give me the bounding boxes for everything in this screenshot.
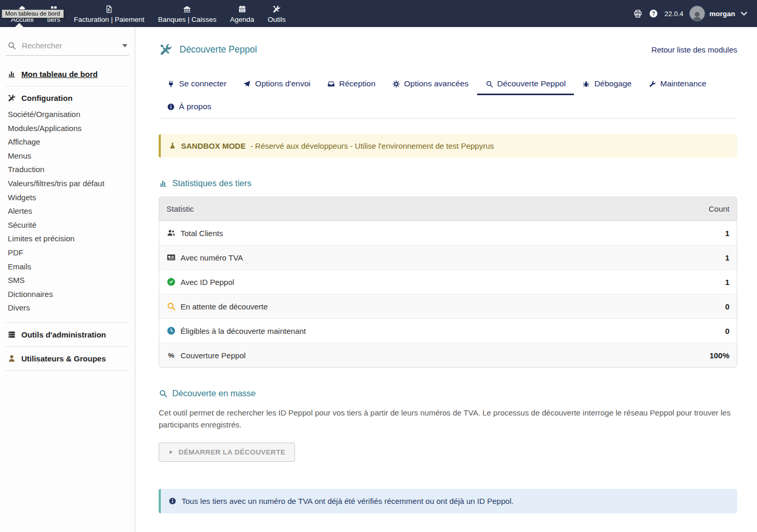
chevron-down-icon [739, 9, 749, 18]
sandbox-title: SANDBOX MODE [181, 141, 246, 150]
gears-icon [392, 80, 400, 88]
sidebar-item[interactable]: SMS [8, 274, 128, 288]
tab-label: Options avancées [404, 79, 469, 88]
topbar-item-label: Facturation | Paiement [74, 16, 145, 23]
stats-table-body: Total Clients1Avec numéro TVA1Avec ID Pe… [159, 221, 737, 367]
chart-bar-icon [7, 70, 16, 79]
sidebar-item[interactable]: Alertes [8, 204, 128, 218]
sidebar-section-users-groups[interactable]: Utilisateurs & Groupes [6, 354, 129, 363]
sidebar-item[interactable]: Dictionnaires [8, 288, 128, 302]
topbar-item-outils[interactable]: Outils [261, 0, 293, 27]
topbar-item-label: Outils [268, 16, 286, 23]
page-head: Découverte Peppol Retour liste des modul… [159, 43, 737, 57]
tab-debogage[interactable]: Débogage [574, 72, 640, 95]
topbar-item-agenda[interactable]: Agenda [223, 0, 261, 27]
send-icon [243, 80, 251, 88]
stat-label: Avec ID Peppol [181, 278, 234, 287]
sidebar-section-admin-tools[interactable]: Outils d'administration [6, 330, 129, 339]
printer-icon[interactable] [633, 9, 643, 18]
topbar: Accueiltiers$Facturation | PaiementBanqu… [0, 0, 757, 27]
stat-value: 0 [725, 327, 729, 335]
stat-row: Éligibles à la découverte maintenant0 [159, 319, 737, 343]
admin-tools-label: Outils d'administration [21, 330, 106, 339]
tab-label: Réception [339, 79, 376, 88]
tab-options-envoi[interactable]: Options d'envoi [235, 72, 318, 95]
topbar-item-facturation[interactable]: $Facturation | Paiement [67, 0, 151, 27]
username: morgan [709, 10, 735, 18]
tools-icon [272, 5, 281, 14]
stat-row: Avec ID Peppol1 [159, 270, 737, 294]
stat-value: 1 [725, 229, 729, 238]
sidebar-item[interactable]: Emails [8, 260, 128, 274]
sidebar-item[interactable]: Menus [8, 149, 128, 163]
bank-icon [183, 5, 191, 14]
sidebar-item[interactable]: PDF [8, 246, 128, 260]
tab-options-avancees[interactable]: Options avancées [384, 72, 477, 95]
sandbox-text: - Réservé aux développeurs - Utilise l'e… [250, 141, 494, 150]
tab-bar: Se connecterOptions d'envoiRéceptionOpti… [159, 72, 737, 119]
help-icon[interactable]: ? [649, 9, 658, 18]
invoice-icon: $ [105, 5, 113, 14]
stat-label: Couverture Peppol [181, 351, 246, 360]
active-menu-caret [15, 23, 23, 27]
sidebar-item[interactable]: Société/Organisation [8, 108, 128, 122]
topbar-item-label: Banques | Caisses [158, 16, 216, 23]
tools-icon [7, 94, 16, 102]
sidebar-item[interactable]: Widgets [8, 191, 128, 205]
check-circle-icon [166, 277, 176, 287]
sidebar-section-configuration[interactable]: Configuration [6, 94, 129, 102]
tab-a-propos[interactable]: À propos [159, 95, 220, 118]
user-menu[interactable]: morgan [689, 6, 749, 21]
percent-icon: % [166, 351, 176, 360]
sidebar-item[interactable]: Divers [8, 301, 128, 315]
tab-se-connecter[interactable]: Se connecter [159, 72, 235, 95]
info-circle-icon [169, 497, 176, 505]
page-title: Découverte Peppol [159, 43, 257, 57]
users-groups-label: Utilisateurs & Groupes [21, 354, 106, 363]
search-input[interactable] [21, 41, 118, 50]
chart-bar-icon [159, 179, 168, 188]
sidebar-item[interactable]: Limites et précision [8, 232, 128, 246]
page-title-label: Découverte Peppol [179, 44, 257, 55]
topbar-item-banques[interactable]: Banques | Caisses [151, 0, 223, 27]
sidebar-item-dashboard[interactable]: Mon tableau de bord [6, 70, 129, 79]
sidebar-item[interactable]: Traduction [8, 163, 128, 177]
mass-discovery-heading: Découverte en masse [159, 388, 737, 398]
stat-label: Total Clients [181, 229, 223, 238]
tab-maintenance[interactable]: Maintenance [640, 72, 715, 95]
divider [6, 370, 129, 371]
tab-label: Maintenance [660, 79, 707, 88]
version-label: 22.0.4 [664, 10, 683, 18]
back-to-modules-link[interactable]: Retour liste des modules [651, 45, 737, 54]
configuration-label: Configuration [21, 94, 72, 102]
start-discovery-label: DÉMARRER LA DÉCOUVERTE [178, 448, 286, 456]
calendar-icon [238, 5, 247, 14]
start-discovery-button[interactable]: DÉMARRER LA DÉCOUVERTE [159, 443, 295, 462]
tab-decouverte-peppol[interactable]: Découverte Peppol [477, 72, 574, 95]
sidebar-item[interactable]: Modules/Applications [8, 122, 128, 136]
svg-text:%: % [168, 352, 174, 359]
main-content: Découverte Peppol Retour liste des modul… [136, 27, 757, 532]
stat-row: %Couverture Peppol100% [159, 343, 737, 367]
id-card-icon [166, 253, 176, 262]
search-icon [485, 80, 493, 88]
sidebar-item[interactable]: Affichage [8, 135, 128, 149]
flask-icon [169, 142, 176, 150]
users-icon [166, 228, 176, 238]
info-message-text: Tous les tiers avec un numéro de TVA ont… [182, 497, 514, 505]
tab-label: Options d'envoi [255, 79, 310, 88]
search-icon [159, 389, 168, 398]
stat-label: Avec numéro TVA [181, 253, 243, 262]
sidebar: Mon tableau de bord Configuration Sociét… [0, 27, 135, 532]
dashboard-label: Mon tableau de bord [21, 70, 98, 79]
sidebar-item[interactable]: Valeurs/filtres/tris par défaut [8, 177, 128, 191]
sidebar-item[interactable]: Sécurité [8, 218, 128, 232]
inbox-icon [327, 80, 335, 88]
search-dropdown-caret[interactable] [122, 44, 127, 47]
sandbox-warning: SANDBOX MODE - Réservé aux développeurs … [159, 134, 737, 158]
topbar-item-label: Agenda [230, 16, 254, 23]
divider [6, 322, 129, 323]
tab-reception[interactable]: Réception [319, 72, 384, 95]
info-circle-icon [167, 103, 175, 111]
tab-label: Se connecter [179, 79, 226, 88]
